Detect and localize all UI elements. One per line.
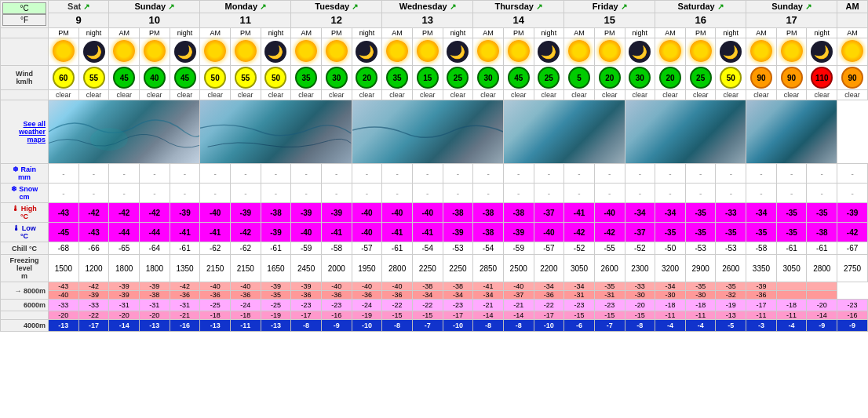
low-19: -37	[625, 223, 655, 242]
expand-tue[interactable]: ↗	[352, 2, 358, 11]
a8t-23: -39	[746, 282, 777, 291]
high-6: -39	[230, 203, 261, 223]
wind-value-26: 90	[837, 66, 868, 90]
expand-thu[interactable]: ↗	[536, 2, 542, 11]
freeze-13: 2250	[443, 255, 473, 282]
celsius-button[interactable]: °C	[2, 2, 46, 14]
fahrenheit-button[interactable]: °F	[2, 14, 46, 26]
expand-sun10[interactable]: ↗	[168, 2, 174, 11]
a8t-7: -39	[261, 282, 291, 291]
period-11: AM	[382, 28, 413, 38]
a8b-15: -37	[503, 291, 534, 300]
a8t-16: -34	[534, 282, 564, 291]
freeze-24: 3050	[776, 255, 807, 282]
a4p-14: -14	[473, 311, 504, 320]
snow-0: -	[49, 184, 79, 203]
low-15: -39	[503, 223, 534, 242]
a6-0: -33	[49, 300, 79, 311]
expand-fri[interactable]: ↗	[621, 2, 627, 11]
a4p-21: -11	[685, 311, 716, 320]
low-3: -44	[140, 223, 170, 242]
high-2: -42	[109, 203, 140, 223]
see-all-maps-link[interactable]: See allweathermaps	[1, 100, 49, 164]
clear-0: clear	[49, 90, 79, 100]
wind-value-17: 5	[564, 66, 595, 90]
a4b-4: -16	[170, 320, 200, 332]
wind-value-14: 30	[473, 66, 504, 90]
a6-4: -31	[170, 300, 200, 311]
weather-icon-25: 🌙	[807, 38, 837, 66]
period-7: night	[261, 28, 291, 38]
snow-4: -	[170, 184, 200, 203]
clear-9: clear	[321, 90, 352, 100]
a4b-9: -9	[321, 320, 352, 332]
weather-icon-26	[837, 38, 868, 66]
clear-14: clear	[473, 90, 504, 100]
clear-13: clear	[443, 90, 473, 100]
wind-value-11: 35	[382, 66, 413, 90]
a6-9: -23	[321, 300, 352, 311]
a4b-16: -10	[534, 320, 564, 332]
a6-11: -22	[382, 300, 413, 311]
a8t-4: -42	[170, 282, 200, 291]
a8t-9: -40	[321, 282, 352, 291]
a4p-26: -16	[837, 311, 868, 320]
weather-icon-9	[321, 38, 352, 66]
day-tue-num: 12	[331, 14, 342, 26]
low-7: -39	[261, 223, 291, 242]
wind-value-10: 20	[352, 66, 382, 90]
rain-3: -	[140, 164, 170, 184]
freeze-26: 2750	[837, 255, 868, 282]
day-sun10-num: 10	[149, 14, 160, 26]
rain-9: -	[321, 164, 352, 184]
clear-label	[1, 90, 49, 100]
low-11: -41	[382, 223, 413, 242]
expand-wed[interactable]: ↗	[450, 2, 456, 11]
wind-value-21: 25	[685, 66, 716, 90]
expand-mon[interactable]: ↗	[260, 2, 266, 11]
snow-12: -	[412, 184, 443, 203]
chill-18: -55	[594, 242, 625, 255]
a4b-11: -8	[382, 320, 413, 332]
a4p-10: -19	[352, 311, 382, 320]
expand-sat16[interactable]: ↗	[717, 2, 724, 11]
wind-value-4: 45	[170, 66, 200, 90]
expand-sun17[interactable]: ↗	[805, 2, 811, 11]
weather-icon-0	[49, 38, 79, 66]
low-18: -42	[594, 223, 625, 242]
a8t-0: -43	[49, 282, 79, 291]
a4b-0: -13	[49, 320, 79, 332]
a6-18: -23	[594, 300, 625, 311]
snow-23: -	[746, 184, 777, 203]
a4b-12: -7	[412, 320, 443, 332]
chill-8: -59	[291, 242, 322, 255]
snow-15: -	[503, 184, 534, 203]
period-8: AM	[291, 28, 322, 38]
low-23: -35	[746, 223, 777, 242]
a4b-7: -13	[261, 320, 291, 332]
high-15: -38	[503, 203, 534, 223]
a8b-11: -36	[382, 291, 413, 300]
a8t-2: -39	[109, 282, 140, 291]
high-1: -42	[78, 203, 109, 223]
chill-1: -66	[78, 242, 109, 255]
weather-icon-20	[655, 38, 686, 66]
high-8: -39	[291, 203, 322, 223]
a6-1: -33	[78, 300, 109, 311]
low-5: -41	[200, 223, 231, 242]
freeze-11: 2800	[382, 255, 413, 282]
a8t-19: -33	[625, 282, 655, 291]
a6-25: -20	[807, 300, 837, 311]
a8b-4: -36	[170, 291, 200, 300]
a6-6: -24	[230, 300, 261, 311]
a8b-20: -30	[655, 291, 686, 300]
a4p-23: -11	[746, 311, 777, 320]
rain-20: -	[655, 164, 686, 184]
a4p-3: -20	[140, 311, 170, 320]
a4b-18: -7	[594, 320, 625, 332]
clear-15: clear	[503, 90, 534, 100]
low-25: -38	[807, 223, 837, 242]
expand-sat[interactable]: ↗	[83, 2, 89, 11]
alt-4000m-label-2: 4000m	[1, 320, 49, 332]
a8t-18: -35	[594, 282, 625, 291]
